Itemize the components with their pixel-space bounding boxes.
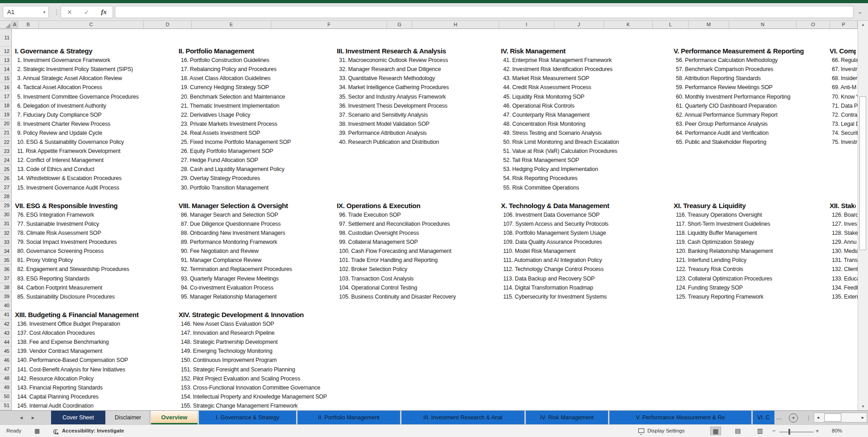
row-header-14[interactable]: 14: [0, 65, 12, 74]
row-header-49[interactable]: 49: [0, 383, 12, 392]
cell-item[interactable]: 153. Cross-Functional Innovation Committ…: [181, 383, 320, 392]
row-header-24[interactable]: 24: [0, 156, 12, 165]
cell-item[interactable]: 84. Carbon Footprint Measurement: [17, 283, 102, 292]
cell-item[interactable]: 57. Benchmark Comparison Procedures: [676, 65, 773, 74]
cell-item[interactable]: 67. Investr: [832, 65, 858, 74]
cell-item[interactable]: 29. Overlay Strategy Procedures: [181, 174, 260, 183]
cell-item[interactable]: 52. Tail Risk Management SOP: [503, 156, 579, 165]
column-header-A[interactable]: A: [12, 21, 18, 28]
cell-item[interactable]: 22. Derivatives Usage Policy: [181, 110, 250, 119]
cell-item[interactable]: 72. Contra: [832, 110, 858, 119]
row-header-21[interactable]: 21: [0, 128, 12, 138]
cell-item[interactable]: 2. Strategic Investment Policy Statement…: [17, 65, 133, 74]
cell-item[interactable]: 76. ESG Integration Framework: [17, 210, 94, 219]
column-header-O[interactable]: O: [797, 21, 830, 28]
cell-item[interactable]: 141. Cost-Benefit Analysis for New Initi…: [17, 365, 125, 374]
cell-item[interactable]: 10. ESG & Sustainability Governance Poli…: [17, 138, 124, 147]
cell-item[interactable]: 80. Governance Screening Process: [17, 247, 104, 256]
sheet-tab-vi-c[interactable]: VI. C: [753, 411, 774, 424]
cell-item[interactable]: 120. Banking Relationship Management: [676, 247, 773, 256]
add-sheet-button[interactable]: +: [789, 413, 798, 423]
cell-section-heading[interactable]: XI. Treasury & Liquidity: [674, 201, 746, 210]
row-header-36[interactable]: 36: [0, 265, 12, 274]
row-header-20[interactable]: 20: [0, 119, 12, 128]
cell-item[interactable]: 34. Market Intelligence Gathering Proced…: [339, 83, 449, 92]
hscroll-left-icon[interactable]: ◂: [817, 415, 819, 420]
cell-item[interactable]: 28. Cash and Liquidity Management Policy: [181, 165, 284, 174]
column-header-B[interactable]: B: [18, 21, 39, 28]
cell-item[interactable]: 41. Enterprise Risk Management Framework: [503, 56, 612, 65]
cell-item[interactable]: 86. Manager Search and Selection SOP: [181, 210, 278, 219]
cell-item[interactable]: 97. Settlement and Reconciliation Proced…: [339, 219, 450, 228]
row-header-33[interactable]: 33: [0, 238, 12, 247]
cell-item[interactable]: 15. Investment Governance Audit Process: [17, 183, 119, 192]
cell-item[interactable]: 83. ESG Reporting Standards: [17, 274, 90, 283]
cell-item[interactable]: 18. Asset Class Allocation Guidelines: [181, 74, 270, 83]
cell-item[interactable]: 79. Social Impact Investment Procedures: [17, 238, 117, 247]
cell-item[interactable]: 54. Risk Reporting Procedures: [503, 174, 577, 183]
row-header-32[interactable]: 32: [0, 228, 12, 238]
sheet-tab-v-performance-measurement-re[interactable]: V. Performance Measurement & Re: [609, 411, 751, 424]
cell-item[interactable]: 82. Engagement and Stewardship Procedure…: [17, 265, 129, 274]
cell-item[interactable]: 92. Termination and Replacement Procedur…: [181, 265, 292, 274]
tab-bar-options-icon[interactable]: ⋮: [806, 414, 811, 421]
tab-nav-right-icon[interactable]: ▸: [32, 414, 34, 421]
cell-section-heading[interactable]: II. Portfolio Management: [179, 47, 254, 56]
column-header-L[interactable]: L: [653, 21, 689, 28]
cell-item[interactable]: 26. Equity Portfolio Management SOP: [181, 147, 273, 156]
cell-item[interactable]: 23. Private Markets Investment Process: [181, 119, 277, 128]
row-header-29[interactable]: 29: [0, 201, 12, 210]
cell-item[interactable]: 113. Data Backup and Recovery SOP: [503, 274, 594, 283]
cell-item[interactable]: 143. Financial Reporting Standards: [17, 383, 103, 392]
cell-item[interactable]: 38. Investment Model Validation SOP: [339, 119, 429, 128]
row-header-51[interactable]: 51: [0, 401, 12, 410]
cell-item[interactable]: 148. Strategic Partnership Development: [181, 337, 278, 347]
cell-item[interactable]: 66. Regula: [832, 56, 858, 65]
cell-section-heading[interactable]: V. Performance Measurement & Reporting: [674, 47, 804, 56]
cell-item[interactable]: 81. Proxy Voting Policy: [17, 256, 73, 265]
row-header-11[interactable]: 11: [0, 29, 12, 47]
cell-item[interactable]: 114. Digital Transformation Roadmap: [503, 283, 593, 292]
cell-item[interactable]: 125. Treasury Reporting Framework: [676, 292, 763, 301]
cell-item[interactable]: 19. Currency Hedging Strategy SOP: [181, 83, 269, 92]
cell-item[interactable]: 27. Hedge Fund Allocation SOP: [181, 156, 258, 165]
cell-item[interactable]: 110. Model Risk Management: [503, 247, 576, 256]
cell-section-heading[interactable]: VII. ESG & Responsible Investing: [15, 201, 118, 210]
column-header-G[interactable]: G: [387, 21, 412, 28]
cell-item[interactable]: 62. Annual Performance Summary Report: [676, 110, 778, 119]
cell-item[interactable]: 64. Performance Audit and Verification: [676, 128, 769, 138]
row-header-18[interactable]: 18: [0, 101, 12, 110]
cell-item[interactable]: 39. Performance Attribution Analysis: [339, 128, 427, 138]
cell-item[interactable]: 16. Portfolio Construction Guidelines: [181, 56, 269, 65]
cell-item[interactable]: 60. Monthly Investment Performance Repor…: [676, 92, 790, 101]
cell-item[interactable]: 98. Custodian Oversight Process: [339, 228, 419, 238]
cell-item[interactable]: 31. Macroeconomic Outlook Review Process: [339, 56, 448, 65]
display-settings-icon[interactable]: [638, 428, 644, 433]
cell-section-heading[interactable]: X. Technology & Data Management: [501, 201, 609, 210]
row-header-39[interactable]: 39: [0, 292, 12, 301]
cell-item[interactable]: 63. Peer Group Performance Analysis: [676, 119, 768, 128]
zoom-slider-thumb[interactable]: [788, 429, 790, 435]
cell-item[interactable]: 127. Inves: [832, 219, 858, 228]
cell-item[interactable]: 133. Educa: [832, 274, 858, 283]
scroll-up-icon[interactable]: ▲: [858, 23, 868, 27]
row-header-28[interactable]: 28: [0, 192, 12, 201]
cell-item[interactable]: 77. Sustainable Investment Policy: [17, 219, 99, 228]
macro-record-icon[interactable]: ▦: [34, 428, 40, 434]
cell-item[interactable]: 106. Investment Data Governance SOP: [503, 210, 599, 219]
hscroll-right-icon[interactable]: ▸: [862, 415, 864, 420]
cell-item[interactable]: 61. Quarterly CIO Dashboard Preparation: [676, 101, 777, 110]
cell-item[interactable]: 134. Feedb: [832, 283, 858, 292]
column-header-E[interactable]: E: [192, 21, 271, 28]
cell-item[interactable]: 71. Data P: [832, 101, 858, 110]
cell-item[interactable]: 155. Strategic Change Management Framewo…: [181, 401, 297, 410]
cell-section-heading[interactable]: I. Governance & Strategy: [15, 47, 92, 56]
horizontal-scrollbar-thumb[interactable]: [824, 413, 841, 422]
cell-item[interactable]: 103. Transaction Cost Analysis: [339, 274, 414, 283]
cell-section-heading[interactable]: IV. Risk Management: [501, 47, 566, 56]
cell-item[interactable]: 59. Performance Review Meetings SOP: [676, 83, 773, 92]
sheet-tab-overview[interactable]: Overview: [151, 411, 198, 424]
cell-item[interactable]: 48. Concentration Risk Monitoring: [503, 119, 585, 128]
column-header-P[interactable]: P: [830, 21, 858, 28]
cell-section-heading[interactable]: XII. Stake: [830, 201, 856, 210]
